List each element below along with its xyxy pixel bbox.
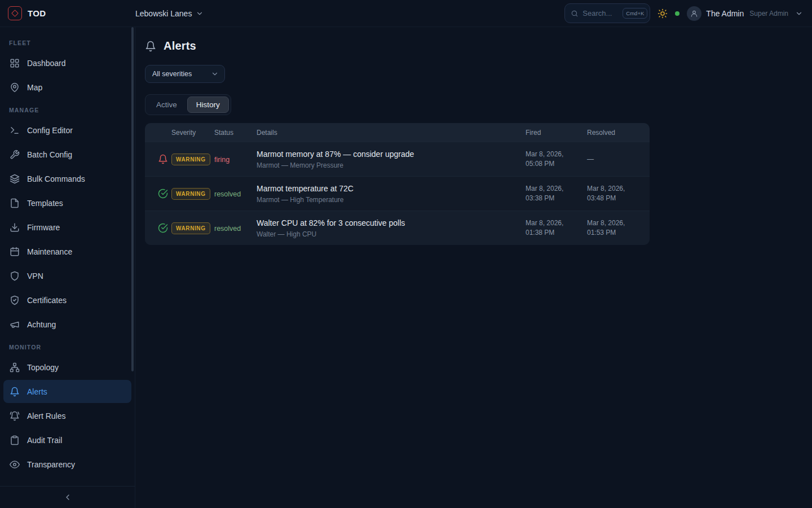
page-title: Alerts	[164, 40, 196, 52]
megaphone-icon	[10, 319, 20, 330]
col-fired: Fired	[526, 129, 587, 137]
topbar: TOD Lebowski Lanes Cmd+K The Admin Super…	[0, 0, 812, 27]
alerts-table: Severity Status Details Fired Resolved W…	[145, 123, 650, 245]
search-icon	[571, 10, 579, 17]
severity-badge: WARNING	[171, 222, 210, 234]
grid-icon	[10, 58, 20, 68]
sidebar-item-label: Transparency	[27, 460, 75, 469]
table-row[interactable]: WARNING resolved Marmot temperature at 7…	[145, 176, 650, 211]
search-input[interactable]	[582, 9, 619, 17]
search-shortcut-badge: Cmd+K	[623, 8, 647, 19]
fired-time: Mar 8, 2026, 05:08 PM	[526, 150, 574, 169]
table-header-row: Severity Status Details Fired Resolved	[145, 123, 650, 142]
theme-toggle-sun-icon[interactable]	[657, 8, 668, 19]
sidebar-item-label: Alert Rules	[27, 411, 65, 421]
sidebar-item-vpn[interactable]: VPN	[3, 264, 131, 287]
sidebar-section-monitor: MONITOR	[0, 337, 135, 354]
resolved-time: Mar 8, 2026, 03:48 PM	[587, 184, 636, 203]
sidebar-item-alert-rules[interactable]: Alert Rules	[3, 404, 131, 427]
bell-icon	[145, 41, 156, 52]
sidebar-item-label: VPN	[27, 271, 43, 281]
sidebar-item-map[interactable]: Map	[3, 76, 131, 99]
col-severity: Severity	[171, 129, 214, 137]
tab-history[interactable]: History	[187, 97, 229, 113]
severity-filter-value: All severities	[152, 70, 192, 78]
severity-filter-select[interactable]: All severities	[145, 65, 225, 83]
network-icon	[10, 362, 20, 373]
sidebar-item-alerts[interactable]: Alerts	[3, 380, 131, 403]
terminal-icon	[10, 125, 20, 135]
sidebar-item-transparency[interactable]: Transparency	[3, 453, 131, 476]
sidebar-collapse-button[interactable]	[0, 486, 135, 508]
alert-subtitle: Marmot — High Temperature	[257, 196, 526, 204]
app-name: TOD	[28, 8, 46, 18]
shield-check-icon	[10, 295, 20, 305]
alert-subtitle: Marmot — Memory Pressure	[257, 161, 526, 169]
sidebar-item-config-editor[interactable]: Config Editor	[3, 119, 131, 142]
download-icon	[10, 222, 20, 233]
sidebar-item-batch-config[interactable]: Batch Config	[3, 143, 131, 166]
bell-icon	[10, 387, 20, 397]
sidebar-item-label: Map	[27, 83, 42, 92]
connection-status-dot	[675, 11, 679, 16]
sidebar-item-topology[interactable]: Topology	[3, 356, 131, 379]
severity-badge: WARNING	[171, 188, 210, 200]
bell-alert-icon	[154, 154, 171, 164]
alerts-tab-group: Active History	[145, 94, 231, 115]
alert-title: Marmot temperature at 72C	[257, 184, 526, 193]
org-name: Lebowski Lanes	[135, 9, 192, 18]
sidebar-item-bulk-commands[interactable]: Bulk Commands	[3, 167, 131, 190]
col-resolved: Resolved	[587, 129, 650, 137]
org-selector[interactable]: Lebowski Lanes	[135, 9, 204, 18]
severity-badge: WARNING	[171, 154, 210, 165]
col-status: Status	[214, 129, 257, 137]
sidebar-scrollbar[interactable]	[131, 27, 134, 371]
sidebar-item-label: Config Editor	[27, 126, 73, 135]
fired-time: Mar 8, 2026, 01:38 PM	[526, 218, 574, 238]
sidebar-item-label: Templates	[27, 199, 63, 208]
table-row[interactable]: WARNING resolved Walter CPU at 82% for 3…	[145, 211, 650, 245]
check-circle-icon	[154, 223, 171, 233]
sidebar-item-dashboard[interactable]: Dashboard	[3, 51, 131, 75]
sidebar-item-label: Dashboard	[27, 59, 66, 68]
app-logo-icon	[8, 6, 22, 20]
chevron-down-icon	[196, 10, 204, 17]
sidebar-item-label: Achtung	[27, 320, 56, 329]
user-name: The Admin	[706, 9, 744, 18]
layers-icon	[10, 174, 20, 184]
status-text: resolved	[214, 225, 241, 233]
main-content: Alerts All severities Active History Sev…	[135, 27, 812, 508]
chevron-down-icon	[795, 10, 803, 17]
sidebar: FLEET Dashboard Map MANAGE Config Editor…	[0, 27, 135, 508]
sidebar-item-firmware[interactable]: Firmware	[3, 216, 131, 239]
eye-icon	[10, 459, 20, 470]
user-menu[interactable]: The Admin Super Admin	[687, 6, 803, 21]
sidebar-section-fleet: FLEET	[0, 33, 135, 50]
resolved-time: Mar 8, 2026, 01:53 PM	[587, 218, 636, 238]
sidebar-item-label: Audit Trail	[27, 436, 62, 445]
sidebar-item-audit-trail[interactable]: Audit Trail	[3, 428, 131, 452]
search-box[interactable]: Cmd+K	[564, 3, 650, 23]
sidebar-item-achtung[interactable]: Achtung	[3, 313, 131, 336]
fired-time: Mar 8, 2026, 03:38 PM	[526, 184, 574, 203]
sidebar-item-label: Alerts	[27, 387, 47, 396]
bell-ring-icon	[10, 411, 20, 421]
sidebar-item-maintenance[interactable]: Maintenance	[3, 240, 131, 263]
calendar-icon	[10, 247, 20, 257]
table-row[interactable]: WARNING firing Marmot memory at 87% — co…	[145, 142, 650, 176]
alert-title: Marmot memory at 87% — consider upgrade	[257, 150, 526, 159]
col-details: Details	[257, 129, 526, 137]
sidebar-item-templates[interactable]: Templates	[3, 191, 131, 214]
chevron-down-icon	[211, 70, 219, 78]
sidebar-item-label: Maintenance	[27, 247, 72, 256]
sidebar-item-certificates[interactable]: Certificates	[3, 288, 131, 312]
alert-title: Walter CPU at 82% for 3 consecutive poll…	[257, 218, 526, 227]
user-role: Super Admin	[749, 10, 788, 17]
wrench-icon	[10, 150, 20, 160]
tab-active[interactable]: Active	[147, 97, 186, 113]
user-avatar-icon	[687, 6, 701, 21]
check-circle-icon	[154, 189, 171, 199]
brand: TOD	[8, 6, 135, 20]
status-text: firing	[214, 156, 230, 164]
sidebar-section-manage: MANAGE	[0, 100, 135, 117]
